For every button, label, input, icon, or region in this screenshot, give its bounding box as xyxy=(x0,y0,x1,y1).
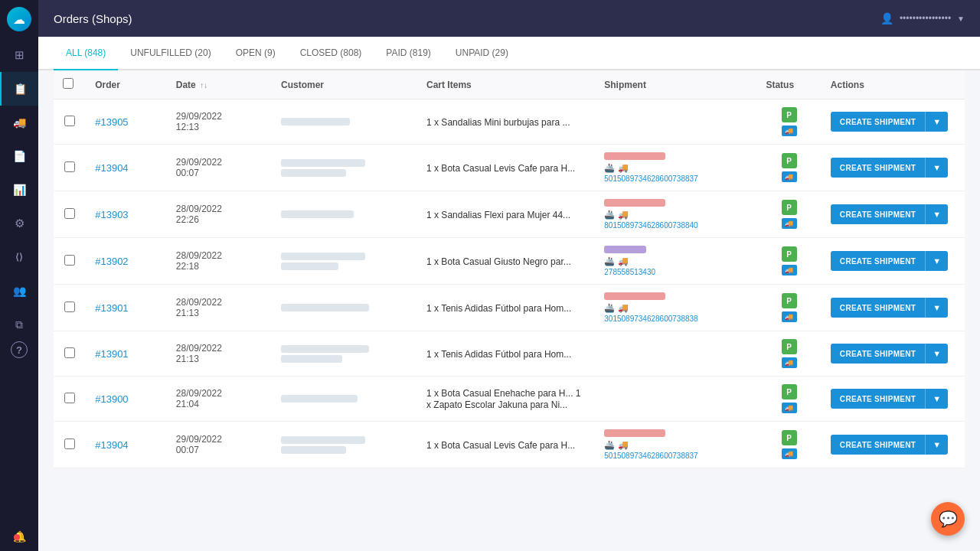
create-shipment-button[interactable]: CREATE SHIPMENT xyxy=(831,158,925,178)
cart-cell: 1 x Bota Casual Enehache para H... 1 x Z… xyxy=(417,377,595,422)
row-checkbox[interactable] xyxy=(64,161,75,172)
create-shipment-button[interactable]: CREATE SHIPMENT xyxy=(831,344,925,364)
th-select-all[interactable] xyxy=(54,70,86,99)
action-group: CREATE SHIPMENT ▼ xyxy=(831,112,956,132)
cart-cell: 1 x Bota Casual Levis Cafe para H... xyxy=(417,145,595,191)
row-checkbox[interactable] xyxy=(64,393,75,403)
user-dropdown-icon[interactable]: ▼ xyxy=(957,15,965,23)
date-value: 28/09/2022 21:04 xyxy=(176,388,263,409)
create-shipment-dropdown[interactable]: ▼ xyxy=(925,344,948,364)
row-checkbox[interactable] xyxy=(64,439,75,449)
create-shipment-button[interactable]: CREATE SHIPMENT xyxy=(831,298,925,318)
date-value: 28/09/2022 21:13 xyxy=(176,297,263,318)
order-link[interactable]: #13904 xyxy=(95,439,128,451)
order-link[interactable]: #13901 xyxy=(95,302,128,314)
customer-name-blurred xyxy=(281,395,358,403)
tab-unfulfilled[interactable]: UNFULFILLED (20) xyxy=(118,37,223,70)
topbar: Orders (Shops) 👤 •••••••••••••••• ▼ xyxy=(38,0,980,37)
create-shipment-dropdown[interactable]: ▼ xyxy=(925,298,948,318)
notification-dot xyxy=(14,534,20,540)
order-link[interactable]: #13903 xyxy=(95,209,128,220)
tracking-number[interactable]: 301508973462860073​8838 xyxy=(604,315,747,323)
user-menu[interactable]: 👤 •••••••••••••••• ▼ xyxy=(880,12,965,24)
order-link[interactable]: #13902 xyxy=(95,256,128,267)
page-title: Orders (Shops) xyxy=(54,12,132,25)
row-checkbox[interactable] xyxy=(64,255,75,266)
create-shipment-dropdown[interactable]: ▼ xyxy=(925,158,948,178)
select-all-checkbox[interactable] xyxy=(63,78,74,89)
customer-name-blurred-2 xyxy=(281,355,342,363)
sidebar-item-reports[interactable]: 📊 xyxy=(0,173,38,207)
sidebar-item-layers[interactable]: ⧉ xyxy=(0,308,38,341)
shipment-cell xyxy=(595,99,756,145)
create-shipment-dropdown[interactable]: ▼ xyxy=(925,112,948,132)
shipment-icons: 🚢 🚚 xyxy=(604,303,747,313)
order-link[interactable]: #13904 xyxy=(95,162,128,174)
cart-text: 1 x Bota Casual Enehache para H... 1 x Z… xyxy=(426,388,580,410)
row-checkbox-cell xyxy=(54,422,86,468)
orders-table-container: Order Date ↑↓ Customer Cart Items Shipme… xyxy=(54,70,965,468)
order-link[interactable]: #13905 xyxy=(95,116,128,128)
sidebar-item-users[interactable]: 👥 xyxy=(0,274,38,308)
row-checkbox-cell xyxy=(54,331,86,377)
tracking-number[interactable]: 278558513430 xyxy=(604,268,747,276)
tracking-number[interactable]: 501508973462860073​8837 xyxy=(604,452,747,460)
tab-closed[interactable]: CLOSED (808) xyxy=(288,37,374,70)
status-truck-icon: 🚚 xyxy=(782,357,797,368)
create-shipment-dropdown[interactable]: ▼ xyxy=(925,251,948,271)
row-checkbox[interactable] xyxy=(64,347,75,358)
row-checkbox[interactable] xyxy=(64,116,75,126)
row-checkbox[interactable] xyxy=(64,208,75,219)
tracking-number[interactable]: 801508973462860073​8840 xyxy=(604,221,747,230)
create-shipment-dropdown[interactable]: ▼ xyxy=(925,204,948,224)
tab-all[interactable]: ALL (848) xyxy=(54,37,118,70)
date-cell: 28/09/2022 22:26 xyxy=(167,191,272,238)
customer-cell xyxy=(272,331,417,377)
chat-button[interactable]: 💬 xyxy=(931,502,965,536)
sidebar-item-help[interactable]: ? xyxy=(11,341,28,358)
shipment-icons: 🚢 🚚 xyxy=(604,163,747,173)
main-content: Orders (Shops) 👤 •••••••••••••••• ▼ ALL … xyxy=(38,0,980,551)
action-group: CREATE SHIPMENT ▼ xyxy=(831,435,956,455)
date-value: 29/09/2022 00:07 xyxy=(176,157,263,178)
shipment-bar xyxy=(604,152,665,160)
sidebar-item-documents[interactable]: 📄 xyxy=(0,139,38,173)
shipment-icons: 🚢 🚚 xyxy=(604,440,747,450)
table-row: #13904 29/09/2022 00:07 xyxy=(54,422,965,468)
customer-name-blurred xyxy=(281,159,365,167)
date-cell: 28/09/2022 22:18 xyxy=(167,238,272,285)
row-checkbox[interactable] xyxy=(64,302,75,312)
create-shipment-dropdown[interactable]: ▼ xyxy=(925,435,948,455)
sidebar-item-shipping[interactable]: 🚚 xyxy=(0,106,38,139)
create-shipment-button[interactable]: CREATE SHIPMENT xyxy=(831,389,925,409)
tracking-number[interactable]: 501508973462860073​8837 xyxy=(604,174,747,183)
th-date[interactable]: Date ↑↓ xyxy=(167,70,272,99)
row-checkbox-cell xyxy=(54,99,86,145)
sidebar-logo[interactable]: ☁ xyxy=(0,0,38,38)
sidebar-item-orders[interactable]: 📋 xyxy=(0,72,38,106)
sidebar-item-dashboard[interactable]: ⊞ xyxy=(0,38,38,72)
date-value: 28/09/2022 21:13 xyxy=(176,343,263,364)
cart-text: 1 x Tenis Adidas Fútbol para Hom... xyxy=(426,349,571,360)
customer-cell xyxy=(272,99,417,145)
customer-cell xyxy=(272,238,417,285)
create-shipment-button[interactable]: CREATE SHIPMENT xyxy=(831,435,925,455)
customer-name-blurred xyxy=(281,253,365,260)
orders-table: Order Date ↑↓ Customer Cart Items Shipme… xyxy=(54,70,965,468)
create-shipment-button[interactable]: CREATE SHIPMENT xyxy=(831,112,925,132)
order-link[interactable]: #13900 xyxy=(95,393,128,405)
shipment-cell xyxy=(595,377,756,422)
sidebar-item-settings[interactable]: ⚙ xyxy=(0,207,38,240)
customer-name-blurred-2 xyxy=(281,262,338,270)
notification-bell[interactable]: 🔔 xyxy=(13,530,26,543)
order-link[interactable]: #13901 xyxy=(95,348,128,360)
create-shipment-button[interactable]: CREATE SHIPMENT xyxy=(831,251,925,271)
cart-text: 1 x Tenis Adidas Fútbol para Hom... xyxy=(426,303,571,314)
tab-paid[interactable]: PAID (819) xyxy=(374,37,443,70)
tab-open[interactable]: OPEN (9) xyxy=(224,37,288,70)
th-order: Order xyxy=(86,70,167,99)
sidebar-item-api[interactable]: ⟨⟩ xyxy=(0,240,38,274)
create-shipment-dropdown[interactable]: ▼ xyxy=(925,389,948,409)
tab-unpaid[interactable]: UNPAID (29) xyxy=(443,37,521,70)
create-shipment-button[interactable]: CREATE SHIPMENT xyxy=(831,204,925,224)
